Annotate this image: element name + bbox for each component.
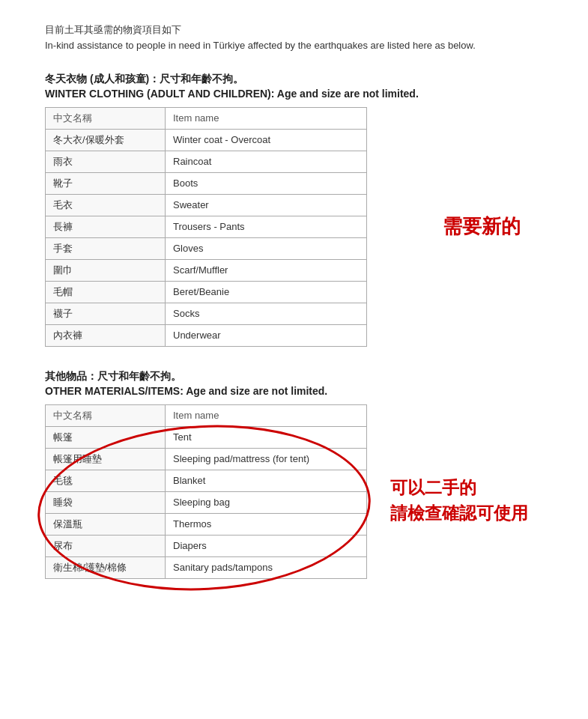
table-row: 手套Gloves (46, 237, 367, 259)
cell-zh: 長褲 (46, 216, 166, 237)
cell-en: Blanket (166, 470, 367, 491)
side-note-line2: 請檢查確認可使用 (390, 500, 528, 527)
table-row: 襪子Socks (46, 303, 367, 324)
side-note-line1: 可以二手的 (390, 474, 528, 500)
cell-zh: 毛衣 (46, 194, 166, 216)
cell-en: Trousers - Pants (166, 216, 367, 237)
cell-zh: 帳篷 (46, 426, 166, 448)
table-row: 尿布Diapers (46, 535, 367, 556)
table-row: 毛帽Beret/Beanie (46, 281, 367, 303)
cell-en: Winter coat - Overcoat (166, 129, 367, 151)
intro-block: 目前土耳其亟需的物資項目如下 In-kind assistance to peo… (45, 22, 543, 54)
cell-zh: 靴子 (46, 172, 166, 194)
section2-table-wrapper: 中文名稱 Item name 帳篷Tent帳篷用睡墊Sleeping pad/m… (45, 404, 543, 579)
intro-en: In-kind assistance to people in need in … (45, 38, 543, 54)
section1-table: 中文名稱 Item name 冬大衣/保暖外套Winter coat - Ove… (45, 107, 367, 347)
table-row: 睡袋Sleeping bag (46, 491, 367, 513)
table-row: 毛衣Sweater (46, 194, 367, 216)
section2-title: 其他物品：尺寸和年齡不拘。 OTHER MATERIALS/ITEMS: Age… (45, 369, 543, 397)
table-header-row: 中文名稱 Item name (46, 107, 367, 129)
cell-en: Boots (166, 172, 367, 194)
section2-title-en: OTHER MATERIALS/ITEMS: Age and size are … (45, 385, 543, 397)
cell-en: Sweater (166, 194, 367, 216)
table-row: 內衣褲Underwear (46, 324, 367, 346)
cell-en: Sanitary pads/tampons (166, 556, 367, 578)
section2-title-zh: 其他物品：尺寸和年齡不拘。 (45, 370, 181, 382)
cell-zh: 手套 (46, 237, 166, 259)
section2-table: 中文名稱 Item name 帳篷Tent帳篷用睡墊Sleeping pad/m… (45, 404, 367, 579)
table-row: 靴子Boots (46, 172, 367, 194)
cell-zh: 內衣褲 (46, 324, 166, 346)
section2-side-note: 可以二手的 請檢查確認可使用 (390, 474, 528, 526)
section1-title-en: WINTER CLOTHING (ADULT AND CHILDREN): Ag… (45, 88, 543, 100)
cell-en: Tent (166, 426, 367, 448)
table2-header-row: 中文名稱 Item name (46, 404, 367, 426)
table-row: 帳篷Tent (46, 426, 367, 448)
table-row: 長褲Trousers - Pants (46, 216, 367, 237)
cell-en: Socks (166, 303, 367, 324)
cell-en: Underwear (166, 324, 367, 346)
table-row: 衛生棉/護墊/棉條Sanitary pads/tampons (46, 556, 367, 578)
cell-en: Diapers (166, 535, 367, 556)
cell-zh: 襪子 (46, 303, 166, 324)
table-row: 帳篷用睡墊Sleeping pad/mattress (for tent) (46, 448, 367, 470)
cell-en: Sleeping pad/mattress (for tent) (166, 448, 367, 470)
cell-zh: 衛生棉/護墊/棉條 (46, 556, 166, 578)
cell-zh: 雨衣 (46, 151, 166, 172)
section1-title: 冬天衣物 (成人和孩童)：尺寸和年齡不拘。 WINTER CLOTHING (A… (45, 72, 543, 100)
section1-side-note: 需要新的 (443, 214, 521, 240)
section2-col2-header: Item name (166, 404, 367, 426)
section2-col1-header: 中文名稱 (46, 404, 166, 426)
section1-col2-header: Item name (166, 107, 367, 129)
cell-en: Scarf/Muffler (166, 259, 367, 281)
table-row: 保溫瓶Thermos (46, 513, 367, 535)
cell-en: Beret/Beanie (166, 281, 367, 303)
table-row: 雨衣Raincoat (46, 151, 367, 172)
cell-zh: 保溫瓶 (46, 513, 166, 535)
table-row: 毛毯Blanket (46, 470, 367, 491)
cell-zh: 毛毯 (46, 470, 166, 491)
section1-col1-header: 中文名稱 (46, 107, 166, 129)
section1-table-wrapper: 中文名稱 Item name 冬大衣/保暖外套Winter coat - Ove… (45, 107, 543, 347)
cell-zh: 尿布 (46, 535, 166, 556)
intro-zh: 目前土耳其亟需的物資項目如下 (45, 22, 543, 38)
cell-en: Sleeping bag (166, 491, 367, 513)
cell-en: Thermos (166, 513, 367, 535)
cell-zh: 睡袋 (46, 491, 166, 513)
section1-title-zh: 冬天衣物 (成人和孩童)：尺寸和年齡不拘。 (45, 73, 243, 85)
cell-en: Gloves (166, 237, 367, 259)
table-row: 圍巾Scarf/Muffler (46, 259, 367, 281)
cell-zh: 圍巾 (46, 259, 166, 281)
cell-zh: 帳篷用睡墊 (46, 448, 166, 470)
cell-en: Raincoat (166, 151, 367, 172)
cell-zh: 冬大衣/保暖外套 (46, 129, 166, 151)
table-row: 冬大衣/保暖外套Winter coat - Overcoat (46, 129, 367, 151)
cell-zh: 毛帽 (46, 281, 166, 303)
